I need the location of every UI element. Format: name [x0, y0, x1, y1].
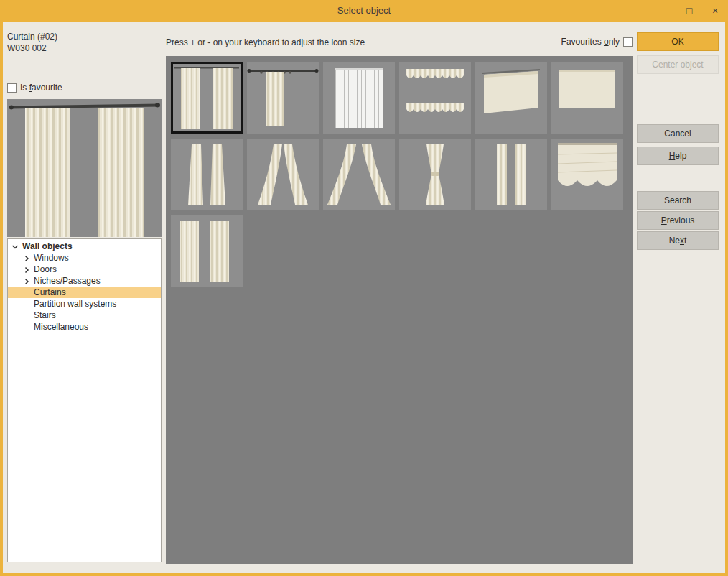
is-favourite-label: Is favourite [20, 83, 62, 93]
dialog-title: Select object [0, 0, 728, 22]
thumbnail-roman-shade[interactable] [551, 139, 623, 210]
dialog-body: Curtain (#02) W030 002 Is favourite [3, 22, 725, 573]
curtain-preview-graphic [7, 99, 162, 237]
thumbnail-vertical-blinds[interactable] [323, 62, 395, 134]
favourites-only-row: Favourites only [561, 37, 633, 47]
thumbnail-draped-panel-angled[interactable] [475, 62, 547, 134]
tree-item-label: Miscellaneous [32, 321, 88, 333]
chevron-right-icon[interactable] [22, 254, 32, 262]
curtain-thumbnail-graphic [323, 62, 395, 134]
thumbnail-rod-with-side-panel[interactable] [247, 62, 319, 134]
tree-item-label: Windows [32, 252, 69, 264]
tree-item-curtains[interactable]: Curtains [8, 287, 161, 298]
help-button[interactable]: Help [637, 147, 719, 165]
chevron-right-icon[interactable] [22, 277, 32, 285]
curtain-thumbnail-graphic [247, 62, 319, 134]
curtain-thumbnail-graphic [399, 139, 471, 210]
thumbnail-narrow-panel-pair[interactable] [171, 139, 243, 210]
is-favourite-row: Is favourite [7, 83, 62, 93]
icon-size-hint: Press + or - on your keyboard to adjust … [166, 37, 365, 47]
object-preview [7, 99, 162, 237]
curtain-thumbnail-graphic [171, 62, 243, 134]
select-object-dialog: Select object □ × Curtain (#02) W030 002… [0, 0, 728, 576]
curtain-thumbnail-graphic [399, 62, 471, 134]
tree-item-label: Stairs [32, 310, 56, 321]
chevron-right-icon[interactable] [22, 265, 32, 274]
favourites-only-checkbox[interactable] [623, 37, 633, 47]
maximize-icon[interactable]: □ [676, 0, 702, 22]
thumbnail-two-panels-with-rod[interactable] [171, 62, 243, 134]
tree-item-doors[interactable]: Doors [8, 264, 161, 275]
chevron-down-icon[interactable] [11, 242, 21, 251]
close-icon[interactable]: × [702, 0, 728, 22]
tree-item-label: Partition wall systems [32, 298, 116, 310]
thumbnail-center-tied-panel[interactable] [399, 139, 471, 210]
thumbnail-valance-pair[interactable] [399, 62, 471, 134]
thumbnail-tied-back-pair[interactable] [323, 139, 395, 210]
curtain-thumbnail-graphic [475, 62, 547, 134]
cancel-button[interactable]: Cancel [637, 124, 719, 143]
tree-item-windows[interactable]: Windows [8, 252, 161, 264]
favourites-only-label: Favourites only [561, 37, 620, 47]
thumbnail-flat-panel[interactable] [551, 62, 623, 134]
tree-item-label: Curtains [32, 287, 66, 298]
tree-item-niches-passages[interactable]: Niches/Passages [8, 275, 161, 287]
curtain-thumbnail-graphic [475, 139, 547, 210]
tree-item-label: Doors [32, 264, 57, 275]
tree-indent [22, 299, 32, 308]
title-bar[interactable]: Select object □ × [0, 0, 728, 22]
next-button[interactable]: Next [637, 231, 719, 250]
tree-indent [22, 322, 32, 331]
selected-object-name: Curtain (#02) [7, 32, 57, 42]
previous-button[interactable]: Previous [637, 211, 719, 230]
category-tree: Wall objectsWindowsDoorsNiches/PassagesC… [7, 238, 162, 562]
thumbnail-two-panels[interactable] [171, 215, 243, 287]
thumbnail-grid [166, 56, 633, 564]
center-object-button[interactable]: Center object [637, 55, 719, 74]
thumbnail-straight-panel-pair[interactable] [475, 139, 547, 210]
selected-object-code: W030 002 [7, 43, 47, 53]
curtain-thumbnail-graphic [171, 139, 243, 210]
curtain-thumbnail-graphic [551, 62, 623, 134]
curtain-thumbnail-graphic [323, 139, 395, 210]
tree-item-label: Wall objects [21, 241, 73, 252]
tree-item-miscellaneous[interactable]: Miscellaneous [8, 321, 161, 333]
tree-item-partition-wall-systems[interactable]: Partition wall systems [8, 298, 161, 310]
tree-item-stairs[interactable]: Stairs [8, 310, 161, 321]
tree-item-wall-objects[interactable]: Wall objects [8, 241, 161, 252]
curtain-thumbnail-graphic [551, 139, 623, 210]
curtain-thumbnail-graphic [247, 139, 319, 210]
curtain-thumbnail-graphic [171, 215, 243, 287]
is-favourite-checkbox[interactable] [7, 83, 17, 93]
tree-indent [22, 288, 32, 297]
search-button[interactable]: Search [637, 191, 719, 210]
tree-indent [22, 311, 32, 320]
ok-button[interactable]: OK [637, 32, 719, 51]
tree-item-label: Niches/Passages [32, 275, 101, 287]
thumbnail-flared-panel-pair[interactable] [247, 139, 319, 210]
